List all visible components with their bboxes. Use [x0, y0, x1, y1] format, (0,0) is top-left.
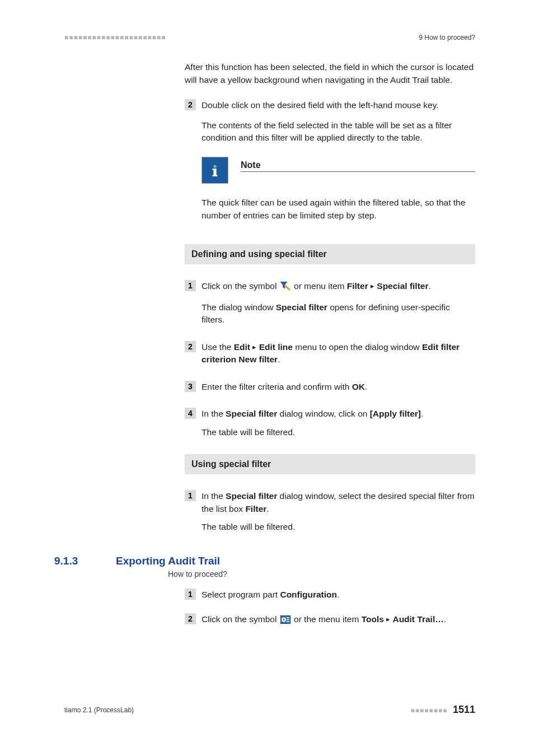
step-text: The contents of the field selected in th…: [202, 119, 475, 144]
step-text: The table will be filtered.: [202, 426, 475, 438]
info-icon: [202, 157, 228, 184]
section-defining: Defining and using special filter 1 Clic…: [185, 244, 475, 438]
chevron-right-icon: [252, 342, 256, 352]
page-footer: tiamo 2.1 (ProcessLab) ■■■■■■■■ 1511: [64, 704, 475, 716]
step-body: Enter the filter criteria and confirm wi…: [202, 381, 475, 393]
breadcrumb: 9 How to proceed?: [419, 34, 475, 41]
note-text: The quick filter can be used again withi…: [202, 196, 475, 222]
intro-block: After this function has been selected, t…: [185, 60, 475, 87]
section-subtitle: How to proceed?: [168, 570, 475, 578]
subsection-title: Using special filter: [185, 454, 475, 474]
subsection-title: Defining and using special filter: [185, 244, 475, 264]
step-text: Select program part Configuration.: [202, 589, 475, 601]
step-text: In the Special filter dialog window, cli…: [202, 408, 475, 420]
menu-tools: Tools: [362, 614, 384, 624]
menu-special-filter: Special filter: [377, 281, 428, 291]
step-text: Click on the symbol or menu item Filter …: [202, 280, 475, 294]
step-number: 4: [185, 408, 196, 419]
filter-wrench-icon: [280, 282, 291, 294]
note-box: Note The quick filter can be used again …: [202, 157, 475, 222]
section-using: Using special filter 1 In the Special fi…: [185, 454, 475, 533]
svg-point-5: [284, 286, 286, 287]
chevron-right-icon: [386, 614, 390, 624]
step-number: 1: [185, 589, 196, 600]
note-label: Note: [241, 160, 475, 172]
step-number: 3: [185, 381, 196, 392]
menu-audit-trail: Audit Trail…: [392, 614, 443, 624]
step-body: Double click on the desired field with t…: [202, 99, 475, 144]
footer-right: ■■■■■■■■ 1511: [411, 704, 475, 716]
svg-point-0: [213, 165, 216, 167]
step-text: In the Special filter dialog window, sel…: [202, 490, 475, 515]
header-dots: ■■■■■■■■■■■■■■■■■■■■■■: [64, 34, 166, 41]
section-title: Exporting Audit Trail: [116, 555, 220, 567]
svg-rect-3: [213, 175, 218, 176]
section-number: 9.1.3: [54, 555, 116, 567]
page: ■■■■■■■■■■■■■■■■■■■■■■ 9 How to proceed?…: [0, 0, 534, 756]
step-number: 1: [185, 490, 196, 501]
step-body: Select program part Configuration.: [202, 589, 475, 601]
step-body: In the Special filter dialog window, sel…: [202, 490, 475, 533]
chevron-right-icon: [371, 281, 374, 291]
step-number: 1: [185, 280, 196, 291]
step-text: Enter the filter criteria and confirm wi…: [202, 381, 475, 393]
section-export: 1 Select program part Configuration. 2 C…: [185, 589, 475, 628]
svg-rect-2: [213, 169, 215, 170]
step-number: 2: [185, 341, 196, 352]
step-body: Click on the symbol or menu item Filter …: [202, 280, 475, 326]
page-header: ■■■■■■■■■■■■■■■■■■■■■■ 9 How to proceed?: [64, 34, 475, 41]
step-body: Click on the symbol or the menu item Too…: [202, 613, 475, 627]
step-text: Use the Edit Edit line menu to open the …: [202, 341, 475, 366]
audit-trail-icon: [280, 615, 291, 627]
step-text: Click on the symbol or the menu item Too…: [202, 613, 475, 627]
section-heading: 9.1.3 Exporting Audit Trail: [54, 555, 475, 567]
step-text: The dialog window Special filter opens f…: [202, 301, 475, 326]
step-text: The table will be filtered.: [202, 521, 475, 533]
svg-point-8: [283, 619, 284, 620]
step-number: 2: [185, 99, 196, 110]
step-number: 2: [185, 613, 196, 624]
step-body: Use the Edit Edit line menu to open the …: [202, 341, 475, 366]
step-body: In the Special filter dialog window, cli…: [202, 408, 475, 438]
footer-dots: ■■■■■■■■: [411, 707, 448, 715]
menu-filter: Filter: [347, 281, 368, 291]
step-a2: 2 Double click on the desired field with…: [185, 99, 475, 222]
intro-text: After this function has been selected, t…: [185, 60, 475, 87]
product-name: tiamo 2.1 (ProcessLab): [64, 706, 134, 714]
page-number: 1511: [453, 704, 475, 715]
step-text: Double click on the desired field with t…: [202, 99, 475, 111]
